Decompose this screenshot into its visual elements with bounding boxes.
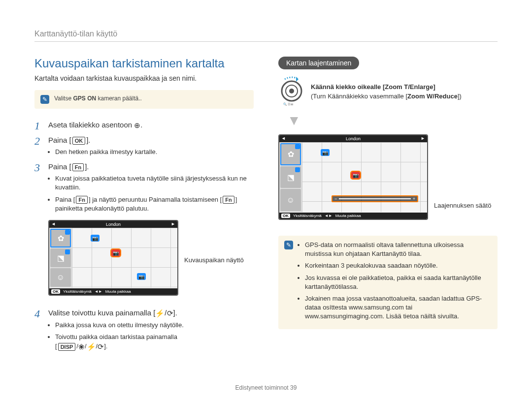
nav-right-icon: ►: [421, 136, 425, 141]
fn-key: Fn: [223, 196, 234, 204]
steps-list: Aseta tilakiekko asentoon ⊕. Paina [OK].…: [34, 121, 254, 352]
step-3-bullet-2: Paina [Fn] ja näyttö peruuntuu Painamall…: [55, 195, 254, 213]
step-4-bullet-1: Paikka jossa kuva on otettu ilmestyy näy…: [55, 321, 254, 330]
fn-key: Fn: [72, 163, 84, 171]
gps-note-item: GPS-data on normaalisti oltava tallennet…: [305, 241, 492, 258]
ok-key: OK: [281, 214, 290, 218]
photo-pin-icon: 📷: [137, 273, 146, 280]
gps-note-item: Jos kuvassa ei ole paikkatietoa, paikka …: [305, 274, 492, 291]
thumbnail-strip: ✿ ⬔ ☺: [279, 142, 302, 212]
thumbnail: ✿: [50, 229, 71, 247]
nav-left-icon: ◄: [281, 136, 286, 141]
note-box: ✎ Valitse GPS ON kameran päältä..: [34, 90, 254, 109]
thumbnail: ✿: [280, 143, 301, 165]
screenshot-bottom-bar: OK Yksittäisnäkymä ◄► Muuta paikkaa: [279, 213, 427, 219]
step-3-bullet-1: Kuvat joissa paikkatietoa tuveta näytöll…: [55, 174, 254, 192]
camera-screenshot: ◄ London ► ✿ ⬔ ☺: [48, 220, 178, 296]
gps-mode-icon: ⊕: [134, 121, 140, 130]
macro-icon: ❀: [78, 341, 85, 352]
breadcrumb: Karttanäyttö-tilan käyttö: [34, 30, 498, 42]
timer-icon: ⟳: [98, 341, 104, 352]
zoom-dial-row: 🔍 ☰ ⊞ Käännä kiekko oikealle [Zoom T/Enl…: [278, 76, 498, 107]
ok-label: Yksittäisnäkymä: [293, 214, 322, 218]
photo-pin-selected-icon: 📷: [351, 172, 360, 179]
fn-key: Fn: [76, 196, 87, 204]
nav-right-icon: ►: [171, 221, 175, 226]
ok-key: OK: [72, 137, 86, 145]
zoom-out-icon: −: [334, 196, 337, 201]
note-icon: ✎: [40, 95, 49, 104]
arrow-down-icon: ▼: [287, 113, 498, 128]
section-pill: Kartan laajentaminen: [278, 57, 359, 69]
right-column: Kartan laajentaminen 🔍 ☰ ⊞ Käännä kiekko…: [278, 57, 498, 380]
step-2-bullet: Den hetken paikka ilmestyy kartalle.: [55, 148, 254, 156]
disp-key: DISP: [58, 343, 76, 351]
page-title: Kuvauspaikan tarkistaminen kartalta: [34, 57, 254, 70]
thumbnail: ☺: [280, 189, 301, 211]
zoom-enlarge-label: Käännä kiekko oikealle [Zoom T/Enlarge]: [311, 82, 462, 92]
step-2: Paina [OK]. Den hetken paikka ilmestyy k…: [34, 136, 254, 156]
nav-left-icon: ◄: [51, 221, 56, 226]
step-4-bullet-2: Toivottu paikka oidaan tarkistaa painama…: [55, 333, 254, 352]
nav-arrows-icon: ◄►: [95, 289, 102, 294]
zoom-reduce-label: (Turn Käännäkiekko vasemmalle [Zoom W/Re…: [311, 92, 462, 101]
flash-icon: ⚡: [87, 341, 96, 352]
note-text: Valitse GPS ON kameran päältä..: [54, 95, 142, 102]
timer-icon: ⟳: [167, 309, 173, 318]
gps-note-item: Jokainen maa jossa vastaanottoalueita, s…: [305, 294, 492, 321]
camera-screenshot-zoom: ◄ London ► ✿ ⬔ ☺ 📷 📷: [278, 134, 428, 220]
gps-note-list: GPS-data on normaalisti oltava tallennet…: [298, 241, 492, 324]
thumbnail: ⬔: [50, 248, 71, 267]
zoom-slider: − +: [332, 195, 418, 202]
location-name: London: [346, 136, 361, 141]
annotation-label: Kuvauspaikan näyttö: [184, 256, 244, 264]
map-view: 📷 📷 📷: [72, 228, 177, 288]
gps-note-item: Korkeintaan 3 peukalokuvaa saadaan nöytö…: [305, 261, 492, 270]
step-4: Valitse toivottu kuva painamalla [⚡/⟳]. …: [34, 308, 254, 352]
note-box-gps: ✎ GPS-data on normaalisti oltava tallenn…: [278, 236, 498, 329]
map-view: 📷 📷 − +: [302, 142, 427, 212]
nav-arrows-icon: ◄►: [325, 214, 332, 218]
page-subtitle: Kartalta voidaan tarkistaa kuvauspaikkaa…: [34, 74, 254, 82]
screenshot-bottom-bar: OK Yksittäisnäkymä ◄► Muuta paikkaa: [49, 288, 177, 295]
zoom-dial-icon: 🔍 ☰ ⊞: [278, 76, 305, 107]
location-name: London: [106, 222, 121, 227]
ok-key: OK: [51, 289, 60, 294]
step-3: Paina [Fn]. Kuvat joissa paikkatietoa tu…: [34, 162, 254, 303]
note-icon: ✎: [284, 241, 293, 249]
thumbnail: ⬔: [280, 166, 301, 188]
left-column: Kuvauspaikan tarkistaminen kartalta Kart…: [34, 57, 254, 380]
thumbnail-strip: ✿ ⬔ ☺: [49, 228, 72, 288]
zoom-dial-text: Käännä kiekko oikealle [Zoom T/Enlarge] …: [311, 82, 462, 101]
page-footer: Edistyneet toiminnot 39: [34, 384, 498, 391]
svg-point-3: [289, 89, 294, 93]
move-label: Muuta paikkaa: [105, 289, 131, 294]
move-label: Muuta paikkaa: [335, 214, 361, 218]
svg-text:🔍 ☰ ⊞: 🔍 ☰ ⊞: [283, 102, 293, 106]
ok-label: Yksittäisnäkymä: [63, 289, 92, 294]
photo-pin-icon: 📷: [91, 235, 100, 242]
photo-pin-selected-icon: 📷: [111, 249, 120, 256]
step-1: Aseta tilakiekko asentoon ⊕.: [34, 121, 254, 130]
flash-icon: ⚡: [155, 309, 165, 318]
svg-marker-0: [296, 77, 299, 82]
zoom-in-icon: +: [413, 196, 415, 201]
thumbnail: ☺: [50, 268, 71, 287]
annotation-label: Laajennuksen säätö: [434, 202, 491, 227]
photo-pin-icon: 📷: [321, 149, 330, 156]
